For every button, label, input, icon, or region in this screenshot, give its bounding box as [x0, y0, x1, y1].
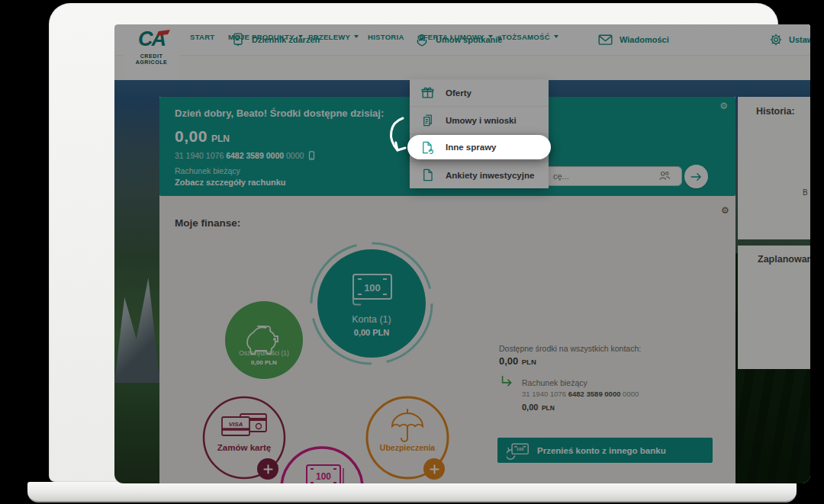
page-refresh-icon: [420, 140, 434, 155]
dim-overlay: [114, 24, 810, 483]
screen: CA CREDIT AGRICOLE Dziennik zdarzeń Umów…: [114, 24, 810, 483]
laptop-base: [27, 482, 797, 502]
spotlight-arrow-icon: [380, 116, 415, 157]
dropdown-item-label: Inne sprawy: [446, 143, 496, 152]
highlighted-dropdown-item-other[interactable]: Inne sprawy: [407, 135, 551, 159]
laptop-screen-bezel: CA CREDIT AGRICOLE Dziennik zdarzeń Umów…: [49, 3, 778, 482]
